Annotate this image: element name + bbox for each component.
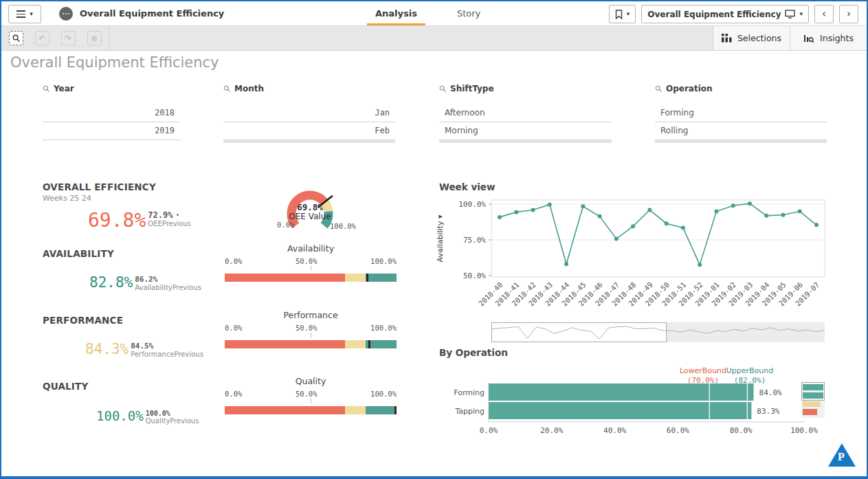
next-sheet-button[interactable]: › <box>839 5 858 23</box>
filter-item[interactable]: Rolling <box>655 122 827 140</box>
clear-selections-button[interactable]: ⊗ <box>85 30 103 47</box>
by-operation-bar-chart[interactable]: 84.0%Forming83.3%Tapping0.0%20.0%40.0%60… <box>434 378 826 441</box>
kpi-section-title: QUALITY <box>43 381 88 392</box>
selections-button[interactable]: Selections <box>713 26 790 50</box>
page-title: Overall Equipment Efficiency <box>10 54 219 71</box>
undo-icon: ↶ <box>35 31 49 45</box>
step-forward-button[interactable]: ↷ <box>59 30 77 47</box>
kpi-value: 82.8% <box>89 276 133 290</box>
availability-bullet-chart[interactable]: Availability 0.0%50.0%100.0% <box>225 243 397 282</box>
svg-text:20.0%: 20.0% <box>540 426 563 435</box>
clear-selections-icon: ⊗ <box>87 31 102 45</box>
week-view-chart[interactable]: 50.0%75.0%100.0%2018-402018-412018-42201… <box>434 192 826 315</box>
svg-text:100.0%: 100.0% <box>458 200 486 209</box>
selections-label: Selections <box>737 33 781 43</box>
kpi-section-title: AVAILABILITY <box>43 248 114 259</box>
kpi-subtitle: Weeks 25 24 <box>43 194 91 203</box>
filter-label: Operation <box>666 84 713 93</box>
kpi-previous-value: 72.9% <box>148 211 191 220</box>
svg-text:40.0%: 40.0% <box>603 426 626 435</box>
top-bar-right: ▾ Overall Equipment Efficiency ▾ ‹ › <box>609 5 858 23</box>
chevron-left-icon: ‹ <box>822 9 826 19</box>
toolbar-divider <box>109 26 109 50</box>
kpi-previous-label: AvailabilityPrevious <box>135 284 201 292</box>
search-icon <box>12 34 21 43</box>
quality-bullet-chart[interactable]: Quality 0.0%50.0%100.0% <box>225 376 397 414</box>
kpi-oee[interactable]: 69.8% 72.9% OEEPrevious <box>88 211 191 230</box>
scroll-hint <box>655 140 827 143</box>
tab-story[interactable]: Story <box>454 1 483 25</box>
scroll-hint <box>439 140 612 143</box>
kpi-section-title: OVERALL EFFICIENCY <box>43 181 156 192</box>
kpi-section-title: PERFORMANCE <box>43 315 123 326</box>
bullet-title: Performance <box>225 310 397 322</box>
performance-bullet-chart[interactable]: Performance 0.0%50.0%100.0% <box>225 310 397 348</box>
sheet-selector-label: Overall Equipment Efficiency <box>647 10 781 19</box>
svg-text:Forming: Forming <box>454 388 485 397</box>
gauge-center-label: 69.8% OEE Value <box>258 203 361 222</box>
bullet-title: Quality <box>225 376 397 388</box>
filter-year: Year 2018 2019 <box>43 82 180 140</box>
filter-item[interactable]: Morning <box>439 122 612 140</box>
filter-item[interactable]: 2018 <box>43 104 180 122</box>
filter-label: Month <box>234 84 264 93</box>
svg-text:83.3%: 83.3% <box>757 407 779 416</box>
svg-text:75.0%: 75.0% <box>463 236 486 245</box>
kpi-value: 84.3% <box>85 342 129 357</box>
filter-item[interactable]: Forming <box>655 104 827 122</box>
bookmark-button[interactable]: ▾ <box>609 5 636 23</box>
week-view-title: Week view <box>439 181 495 192</box>
insights-icon <box>803 34 814 43</box>
kpi-value: 69.8% <box>88 211 146 230</box>
svg-text:50.0%: 50.0% <box>463 271 486 280</box>
kpi-performance[interactable]: 84.3% 84.5% PerformancePrevious <box>85 342 203 359</box>
tab-analysis[interactable]: Analysis <box>372 1 420 25</box>
chevron-down-icon: ▾ <box>799 11 803 17</box>
svg-text:84.0%: 84.0% <box>759 388 782 397</box>
kpi-availability[interactable]: 82.8% 86.2% AvailabilityPrevious <box>89 276 201 292</box>
week-view-range-navigator[interactable] <box>434 315 826 345</box>
svg-text:100.0%: 100.0% <box>790 426 818 435</box>
filter-item[interactable]: Jan <box>223 104 395 122</box>
bullet-title: Availability <box>225 243 397 255</box>
sheet-selector[interactable]: Overall Equipment Efficiency ▾ <box>641 5 809 23</box>
search-icon <box>223 85 231 93</box>
svg-text:0.0%: 0.0% <box>480 426 498 435</box>
kpi-previous-label: PerformancePrevious <box>131 350 203 359</box>
scroll-hint <box>223 140 395 143</box>
app-window: ▾ Overall Equipment Efficiency Analysis … <box>0 0 868 479</box>
app-logo-icon <box>59 7 73 21</box>
svg-text:Availability ▾: Availability ▾ <box>436 214 445 262</box>
top-bar: ▾ Overall Equipment Efficiency Analysis … <box>1 1 867 26</box>
monitor-icon <box>785 10 795 19</box>
insights-button[interactable]: Insights <box>790 26 867 50</box>
filter-month: Month Jan Feb <box>223 82 395 143</box>
selections-icon <box>722 34 732 43</box>
filter-label: ShiftType <box>450 84 494 93</box>
by-operation-title: By Operation <box>439 347 508 358</box>
global-menu-button[interactable]: ▾ <box>8 5 41 23</box>
hamburger-icon <box>16 10 25 17</box>
search-icon <box>439 85 447 93</box>
chevron-right-icon: › <box>847 9 851 19</box>
kpi-previous-value: 84.5% <box>131 342 203 350</box>
gauge-max-label: 100.0% <box>330 222 356 230</box>
bullet-bar <box>225 274 397 282</box>
smart-search-button[interactable] <box>7 30 25 47</box>
filter-item[interactable]: Feb <box>223 122 395 140</box>
mid-tick <box>311 266 311 271</box>
kpi-quality[interactable]: 100.0% 100.0% QualityPrevious <box>96 410 199 425</box>
prev-sheet-button[interactable]: ‹ <box>814 5 834 23</box>
view-tabs: Analysis Story <box>372 1 483 25</box>
filter-label: Year <box>54 84 74 93</box>
mid-tick <box>311 333 311 337</box>
search-icon <box>655 85 663 93</box>
insights-label: Insights <box>820 33 854 43</box>
chevron-down-icon: ▾ <box>627 11 630 17</box>
oee-gauge-chart[interactable]: 0.0% 100.0% 69.8% OEE Value <box>225 184 397 238</box>
redo-icon: ↷ <box>61 31 76 45</box>
search-icon <box>43 85 50 93</box>
step-back-button[interactable]: ↶ <box>33 30 51 47</box>
filter-item[interactable]: Afternoon <box>439 104 612 122</box>
filter-item[interactable]: 2019 <box>43 122 180 140</box>
